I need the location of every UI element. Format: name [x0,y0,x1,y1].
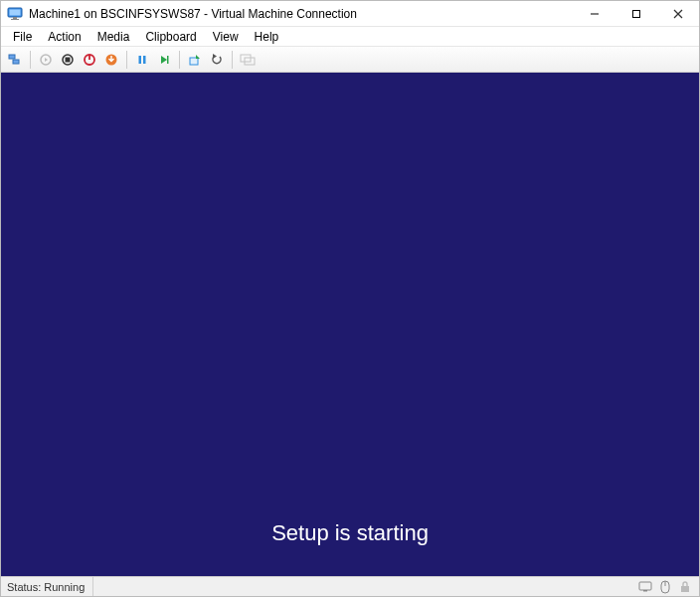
app-monitor-icon [7,6,23,22]
checkpoint-icon [188,53,202,67]
pause-button[interactable] [132,50,152,70]
reset-button[interactable] [154,50,174,70]
svg-rect-26 [643,590,647,592]
maximize-button[interactable] [615,1,657,26]
enhanced-icon [240,53,256,67]
save-icon [104,53,118,67]
enhanced-session-button [238,50,258,70]
shutdown-button[interactable] [80,50,99,70]
svg-rect-13 [66,57,71,62]
reset-icon [157,53,171,67]
menu-media[interactable]: Media [89,28,138,46]
revert-icon [210,53,224,67]
checkpoint-button[interactable] [185,50,205,70]
ctrlaltdel-icon [8,53,22,67]
svg-rect-25 [639,582,651,590]
setup-message: Setup is starting [271,520,429,546]
close-button[interactable] [657,1,699,26]
menu-file[interactable]: File [5,28,40,46]
svg-rect-3 [11,19,19,20]
svg-rect-21 [190,58,198,65]
display-status-icon [637,579,653,595]
mouse-status-icon [657,579,673,595]
titlebar: Machine1 on BSCINFSYSWS87 - Virtual Mach… [1,1,699,27]
svg-rect-9 [13,60,19,64]
svg-marker-19 [161,56,167,64]
svg-rect-17 [139,56,142,64]
menu-action[interactable]: Action [40,28,88,46]
shutdown-icon [83,53,96,67]
pause-icon [135,53,149,67]
svg-rect-1 [10,9,21,15]
menu-view[interactable]: View [205,28,247,46]
svg-rect-20 [167,56,169,64]
window-title: Machine1 on BSCINFSYSWS87 - Virtual Mach… [29,7,574,21]
save-button[interactable] [101,50,121,70]
ctrl-alt-del-button[interactable] [5,50,25,70]
svg-rect-29 [681,586,689,592]
window-controls [574,1,699,26]
start-icon [39,53,53,67]
statusbar: Status: Running [1,576,699,596]
menu-help[interactable]: Help [247,28,287,46]
menubar: File Action Media Clipboard View Help [1,27,699,47]
minimize-button[interactable] [574,1,615,26]
svg-rect-8 [9,55,15,59]
svg-rect-18 [143,56,146,64]
svg-marker-22 [213,54,217,59]
turnoff-button[interactable] [58,50,78,70]
lock-status-icon [677,579,693,595]
status-text: Status: Running [7,577,93,596]
toolbar [1,47,699,73]
svg-rect-2 [13,17,17,19]
svg-marker-11 [45,58,48,62]
menu-clipboard[interactable]: Clipboard [137,28,204,46]
revert-button[interactable] [207,50,227,70]
start-button [36,50,56,70]
svg-rect-5 [633,10,640,17]
vm-display-area[interactable]: Setup is starting [1,73,699,576]
turnoff-icon [61,53,75,67]
